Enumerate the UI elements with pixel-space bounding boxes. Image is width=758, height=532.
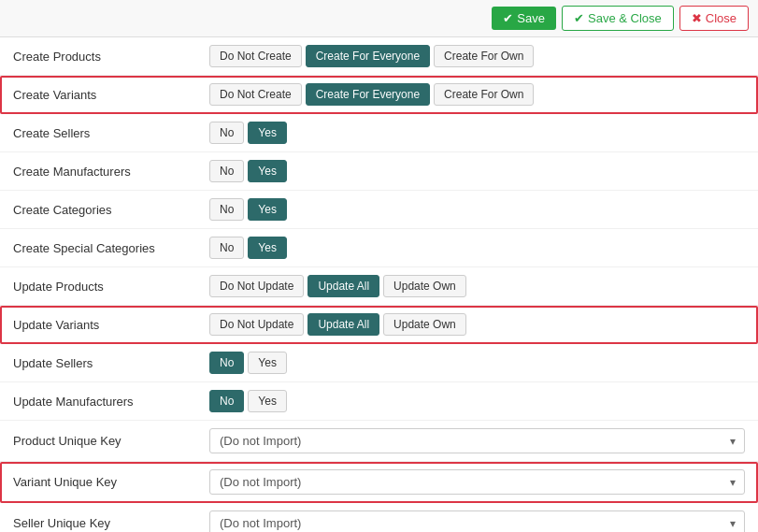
- toggle-btn-create-variants-2[interactable]: Create For Own: [434, 83, 534, 106]
- no-btn-create-categories[interactable]: No: [209, 198, 244, 221]
- row-update-sellers: Update SellersNoYes: [0, 344, 758, 382]
- row-controls-create-products: Do Not CreateCreate For EveryoneCreate F…: [209, 45, 745, 67]
- row-variant-unique-key: Variant Unique Key(Do not Import)▾: [0, 462, 758, 503]
- row-seller-unique-key: Seller Unique Key(Do not Import)▾: [0, 503, 758, 532]
- row-controls-create-variants: Do Not CreateCreate For EveryoneCreate F…: [209, 83, 745, 106]
- yes-btn-create-special-categories[interactable]: Yes: [248, 237, 287, 259]
- row-create-products: Create ProductsDo Not CreateCreate For E…: [0, 37, 758, 76]
- row-label-update-manufacturers: Update Manufacturers: [13, 395, 209, 409]
- yes-btn-update-sellers[interactable]: Yes: [248, 352, 287, 374]
- row-controls-create-special-categories: NoYes: [209, 237, 745, 259]
- row-create-categories: Create CategoriesNoYes: [0, 191, 758, 229]
- select-wrapper-variant-unique-key: (Do not Import)▾: [209, 469, 745, 495]
- row-label-create-special-categories: Create Special Categories: [13, 241, 209, 255]
- no-btn-update-sellers[interactable]: No: [209, 352, 244, 374]
- close-label: Close: [706, 11, 737, 25]
- row-label-create-products: Create Products: [13, 50, 209, 64]
- select-seller-unique-key[interactable]: (Do not Import): [209, 510, 745, 532]
- select-wrapper-seller-unique-key: (Do not Import)▾: [209, 510, 745, 532]
- row-label-product-unique-key: Product Unique Key: [13, 434, 209, 448]
- yes-btn-create-categories[interactable]: Yes: [248, 198, 287, 221]
- toggle-btn-update-variants-0[interactable]: Do Not Update: [209, 313, 304, 336]
- row-label-variant-unique-key: Variant Unique Key: [13, 475, 209, 489]
- top-bar: ✔ Save ✔ Save & Close ✖ Close: [0, 0, 758, 37]
- select-product-unique-key[interactable]: (Do not Import): [209, 428, 745, 453]
- no-btn-update-manufacturers[interactable]: No: [209, 390, 244, 412]
- select-variant-unique-key[interactable]: (Do not Import): [209, 469, 745, 495]
- row-product-unique-key: Product Unique Key(Do not Import)▾: [0, 421, 758, 462]
- row-label-create-manufacturers: Create Manufacturers: [13, 165, 209, 179]
- yes-btn-create-manufacturers[interactable]: Yes: [248, 160, 287, 182]
- toggle-btn-update-variants-2[interactable]: Update Own: [383, 313, 466, 336]
- toggle-btn-create-variants-1[interactable]: Create For Everyone: [306, 83, 430, 106]
- no-btn-create-sellers[interactable]: No: [209, 122, 244, 144]
- row-controls-product-unique-key: (Do not Import)▾: [209, 428, 745, 453]
- row-controls-update-sellers: NoYes: [209, 352, 745, 374]
- toggle-btn-update-variants-1[interactable]: Update All: [307, 313, 379, 336]
- row-label-create-sellers: Create Sellers: [13, 126, 209, 140]
- close-icon: ✖: [692, 11, 702, 25]
- save-close-button[interactable]: ✔ Save & Close: [562, 6, 674, 31]
- row-controls-variant-unique-key: (Do not Import)▾: [209, 469, 745, 495]
- row-update-manufacturers: Update ManufacturersNoYes: [0, 382, 758, 421]
- row-controls-create-sellers: NoYes: [209, 122, 745, 144]
- row-create-special-categories: Create Special CategoriesNoYes: [0, 229, 758, 267]
- toggle-btn-create-variants-0[interactable]: Do Not Create: [209, 83, 302, 106]
- toggle-btn-create-products-0[interactable]: Do Not Create: [209, 45, 302, 67]
- row-controls-update-variants: Do Not UpdateUpdate AllUpdate Own: [209, 313, 745, 336]
- row-label-update-variants: Update Variants: [13, 318, 209, 332]
- yes-btn-create-sellers[interactable]: Yes: [248, 122, 287, 144]
- row-create-sellers: Create SellersNoYes: [0, 114, 758, 152]
- no-btn-create-manufacturers[interactable]: No: [209, 160, 244, 182]
- row-create-variants: Create VariantsDo Not CreateCreate For E…: [0, 76, 758, 114]
- save-close-label: Save & Close: [588, 11, 662, 25]
- content: Create ProductsDo Not CreateCreate For E…: [0, 37, 758, 532]
- row-controls-update-products: Do Not UpdateUpdate AllUpdate Own: [209, 275, 745, 297]
- toggle-btn-update-products-2[interactable]: Update Own: [383, 275, 466, 297]
- toggle-btn-update-products-1[interactable]: Update All: [307, 275, 379, 297]
- row-label-update-products: Update Products: [13, 280, 209, 294]
- close-button[interactable]: ✖ Close: [679, 6, 749, 31]
- row-controls-seller-unique-key: (Do not Import)▾: [209, 510, 745, 532]
- no-btn-create-special-categories[interactable]: No: [209, 237, 244, 259]
- row-controls-create-categories: NoYes: [209, 198, 745, 221]
- row-label-update-sellers: Update Sellers: [13, 356, 209, 370]
- save-close-icon: ✔: [574, 11, 584, 25]
- row-controls-create-manufacturers: NoYes: [209, 160, 745, 182]
- save-label: Save: [517, 11, 545, 25]
- row-label-seller-unique-key: Seller Unique Key: [13, 516, 209, 530]
- row-label-create-categories: Create Categories: [13, 203, 209, 217]
- row-create-manufacturers: Create ManufacturersNoYes: [0, 152, 758, 191]
- row-update-products: Update ProductsDo Not UpdateUpdate AllUp…: [0, 267, 758, 306]
- save-icon: ✔: [503, 11, 513, 25]
- row-update-variants: Update VariantsDo Not UpdateUpdate AllUp…: [0, 306, 758, 344]
- row-controls-update-manufacturers: NoYes: [209, 390, 745, 412]
- save-button[interactable]: ✔ Save: [492, 7, 556, 30]
- select-wrapper-product-unique-key: (Do not Import)▾: [209, 428, 745, 453]
- toggle-btn-create-products-2[interactable]: Create For Own: [434, 45, 534, 67]
- yes-btn-update-manufacturers[interactable]: Yes: [248, 390, 287, 412]
- toggle-btn-create-products-1[interactable]: Create For Everyone: [306, 45, 430, 67]
- toggle-btn-update-products-0[interactable]: Do Not Update: [209, 275, 304, 297]
- row-label-create-variants: Create Variants: [13, 88, 209, 102]
